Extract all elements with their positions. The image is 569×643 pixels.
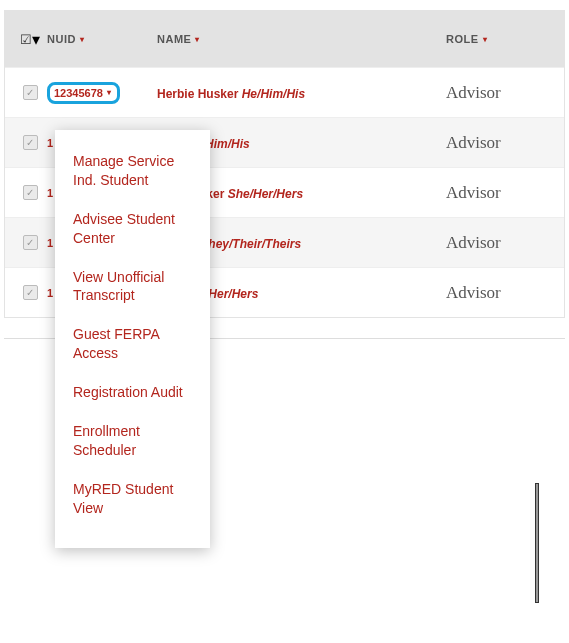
- nuid-dropdown-trigger[interactable]: 12345678▾: [47, 82, 137, 104]
- row-checkbox[interactable]: [23, 135, 38, 150]
- nuid-value: 1: [47, 287, 53, 299]
- header-nuid[interactable]: NUID ▾: [47, 33, 137, 45]
- menu-item[interactable]: Advisee Student Center: [55, 200, 210, 258]
- menu-item[interactable]: View Unofficial Transcript: [55, 258, 210, 316]
- vertical-scrollbar[interactable]: [535, 483, 539, 603]
- pronouns: She/Her/Hers: [228, 187, 303, 201]
- row-checkbox[interactable]: [23, 85, 38, 100]
- nuid-dropdown-menu: Manage Service Ind. StudentAdvisee Stude…: [55, 130, 210, 548]
- header-name-label: NAME: [157, 33, 191, 45]
- header-role[interactable]: ROLE ▾: [446, 33, 536, 45]
- header-role-label: ROLE: [446, 33, 479, 45]
- chevron-down-icon: ▾: [32, 30, 40, 49]
- role-value: Advisor: [446, 233, 501, 252]
- chevron-down-icon: ▾: [195, 35, 200, 44]
- header-nuid-label: NUID: [47, 33, 76, 45]
- menu-item[interactable]: MyRED Student View: [55, 470, 210, 528]
- row-checkbox[interactable]: [23, 285, 38, 300]
- check-square-icon: ☑: [20, 32, 32, 47]
- role-value: Advisor: [446, 133, 501, 152]
- pronouns: He/Him/His: [242, 87, 305, 101]
- nuid-value: 1: [47, 137, 53, 149]
- row-checkbox[interactable]: [23, 235, 38, 250]
- menu-item[interactable]: Manage Service Ind. Student: [55, 142, 210, 200]
- role-value: Advisor: [446, 83, 501, 102]
- header-name[interactable]: NAME ▾: [137, 33, 446, 45]
- table-row: 12345678▾Herbie Husker He/Him/HisAdvisor: [5, 67, 564, 117]
- chevron-down-icon: ▾: [80, 35, 85, 44]
- menu-item[interactable]: Enrollment Scheduler: [55, 412, 210, 470]
- row-checkbox[interactable]: [23, 185, 38, 200]
- table-header-row: ☑ ▾ NUID ▾ NAME ▾ ROLE ▾: [5, 11, 564, 67]
- select-all-header[interactable]: ☑ ▾: [13, 30, 47, 49]
- role-value: Advisor: [446, 183, 501, 202]
- pronouns: They/Their/Theirs: [201, 237, 301, 251]
- nuid-value: 12345678: [54, 87, 103, 99]
- nuid-value: 1: [47, 187, 53, 199]
- student-name[interactable]: Herbie Husker He/Him/His: [157, 87, 305, 101]
- chevron-down-icon: ▾: [107, 88, 111, 97]
- role-value: Advisor: [446, 283, 501, 302]
- nuid-value: 1: [47, 237, 53, 249]
- menu-item[interactable]: Guest FERPA Access: [55, 315, 210, 373]
- chevron-down-icon: ▾: [483, 35, 488, 44]
- menu-item[interactable]: Registration Audit: [55, 373, 210, 412]
